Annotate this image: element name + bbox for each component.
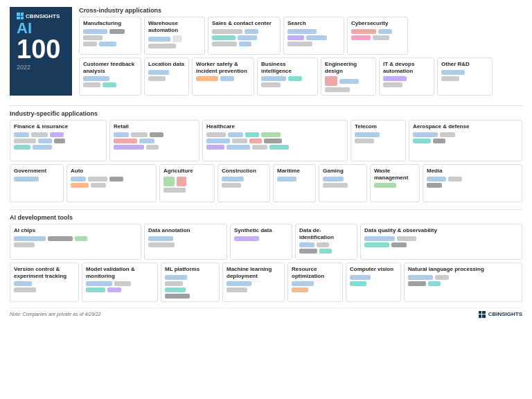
card-cybersecurity-title: Cybersecurity (351, 20, 404, 27)
card-worker-title: Worker safety & incident prevention (196, 61, 250, 74)
card-business-title: Business intelligence (261, 61, 314, 74)
card-version-title: Version control & experiment tracking (14, 266, 75, 279)
card-data-quality-title: Data quality & observability (364, 227, 518, 234)
card-gaming-logos (323, 177, 363, 188)
card-ml-deployment-title: Machine learning deployment (227, 266, 281, 279)
card-it-devops: IT & devops automation (379, 57, 434, 96)
card-resource-logos (292, 281, 339, 292)
card-ml-platforms: ML platforms (161, 263, 220, 302)
card-gaming-title: Gaming (323, 168, 363, 175)
card-aerospace-title: Aerospace & defense (413, 123, 518, 130)
card-government-title: Government (14, 168, 60, 175)
card-ai-chips-logos (14, 236, 137, 247)
card-manufacturing-logos (83, 29, 137, 46)
card-warehouse-logos (148, 35, 201, 48)
industry-row2: Government Auto (10, 164, 522, 202)
card-resource-title: Resource optimization (292, 266, 339, 279)
footer-grid-icon (479, 311, 486, 318)
card-waste-title: Waste management (374, 168, 416, 181)
card-agriculture: Agriculture (159, 164, 215, 202)
card-sales-contact: Sales & contact center (208, 17, 281, 55)
card-computer-vision: Computer vision (346, 263, 401, 302)
ai-label: AI (17, 21, 32, 36)
card-computer-vision-logos (350, 275, 397, 286)
card-healthcare: Healthcare (202, 120, 348, 161)
grid-icon (17, 12, 24, 19)
card-healthcare-title: Healthcare (206, 123, 344, 130)
card-business-logos (261, 76, 314, 87)
card-auto-logos (71, 177, 152, 188)
card-telecom-logos (355, 132, 402, 143)
card-warehouse-title: Warehouse automation (148, 20, 201, 33)
card-customer-title: Customer feedback analysis (83, 61, 137, 74)
card-finance: Finance & insurance (10, 120, 107, 161)
card-nlp: Natural language processing (404, 263, 522, 302)
card-government-logos (14, 177, 60, 181)
divider-1 (10, 105, 522, 106)
footer-brand-name: CBINSIGHTS (488, 311, 522, 317)
industry-row1: Finance & insurance (10, 120, 522, 161)
card-location-data: Location data (144, 57, 189, 96)
card-model-title: Model validation & monitoring (86, 266, 154, 279)
card-sales-logos (212, 29, 276, 46)
card-other-logos (441, 70, 488, 81)
card-sales-title: Sales & contact center (212, 20, 276, 27)
card-engineering-design: Engineering design (321, 57, 376, 96)
card-finance-logos (14, 132, 103, 150)
card-maritime-logos (277, 177, 312, 181)
header-row: CBINSIGHTS AI 100 2022 Cross-industry ap… (10, 7, 522, 96)
card-media-title: Media (427, 168, 518, 175)
card-it-title: IT & devops automation (383, 61, 430, 74)
card-aerospace-logos (413, 132, 518, 143)
card-ml-deployment: Machine learning deployment (222, 263, 285, 302)
card-waste-logos (374, 183, 416, 188)
industry-specific-section: Industry-specific applications Finance &… (10, 110, 522, 205)
cross-industry-row2: Customer feedback analysis Location data (79, 57, 522, 96)
card-worker-logos (196, 76, 250, 81)
card-maritime: Maritime (273, 164, 316, 202)
card-ml-platforms-logos (165, 275, 215, 299)
card-retail: Retail (109, 120, 200, 161)
card-gaming: Gaming (319, 164, 367, 202)
footer-note: Note: Companies are private as of 4/29/2… (10, 312, 101, 317)
card-it-logos (383, 76, 430, 87)
card-version-control: Version control & experiment tracking (10, 263, 79, 302)
card-agriculture-title: Agriculture (163, 168, 211, 175)
card-construction-title: Construction (222, 168, 266, 175)
card-waste-management: Waste management (370, 164, 420, 202)
card-telecom: Telecom (351, 120, 406, 161)
card-synthetic-logos (234, 236, 288, 241)
ai-dev-title: AI development tools (10, 214, 522, 221)
cross-industry-title: Cross-industry applications (79, 7, 522, 14)
card-finance-title: Finance & insurance (14, 123, 103, 130)
card-aerospace: Aerospace & defense (409, 120, 522, 161)
card-synthetic-title: Synthetic data (234, 227, 288, 234)
card-manufacturing-title: Manufacturing (83, 20, 137, 27)
card-data-annotation-logos (148, 236, 223, 247)
footer-logo: CBINSIGHTS (479, 311, 522, 318)
year-label: 2022 (17, 64, 30, 71)
card-auto: Auto (66, 164, 157, 202)
card-worker-safety: Worker safety & incident prevention (192, 57, 254, 96)
card-search-logos (287, 29, 340, 46)
ai-dev-row2: Version control & experiment tracking Mo… (10, 263, 522, 302)
card-construction: Construction (218, 164, 270, 202)
card-ml-deployment-logos (227, 281, 281, 292)
card-version-logos (14, 281, 75, 292)
logo-box: CBINSIGHTS AI 100 2022 (10, 7, 72, 96)
card-data-quality: Data quality & observability (360, 224, 522, 260)
card-deident-logos (299, 242, 353, 254)
ai-dev-row1: AI chips Data annotation (10, 224, 522, 260)
card-data-quality-logos (364, 236, 518, 247)
card-data-annotation-title: Data annotation (148, 227, 223, 234)
card-healthcare-logos (206, 132, 344, 150)
divider-2 (10, 209, 522, 210)
card-computer-vision-title: Computer vision (350, 266, 397, 273)
card-search: Search (283, 17, 344, 55)
card-model-validation: Model validation & monitoring (82, 263, 158, 302)
cross-industry-section: Cross-industry applications Manufacturin… (79, 7, 522, 96)
card-deident-title: Data de-identification (299, 227, 353, 240)
card-location-title: Location data (148, 61, 185, 68)
card-ml-platforms-title: ML platforms (165, 266, 215, 273)
card-cybersecurity-logos (351, 29, 404, 40)
